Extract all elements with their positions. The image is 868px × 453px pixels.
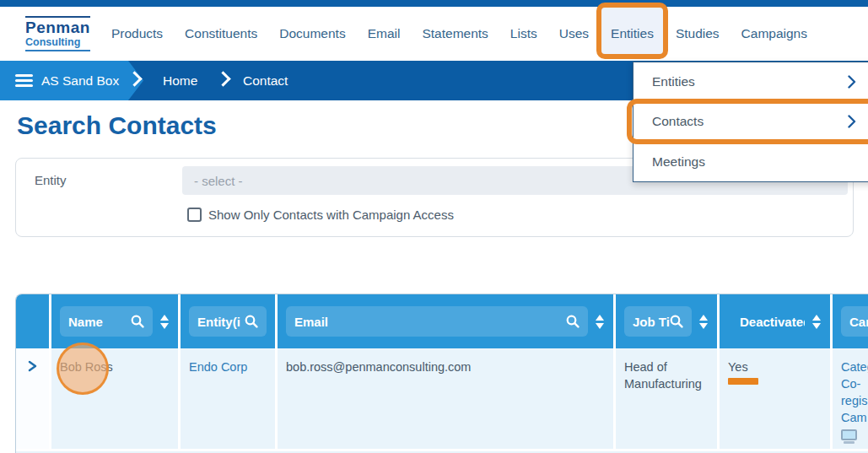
table-header-row: Name Entity(i Email Job [16, 294, 868, 348]
sort-icon[interactable] [595, 315, 605, 329]
campaign-link-line[interactable]: Categ [841, 359, 868, 375]
annotation-circle-name [57, 342, 109, 395]
contacts-table: Name Entity(i Email Job [15, 294, 868, 453]
cell-name: Bob Ross [51, 348, 181, 449]
app-window: Penman Consulting Products Constituents … [0, 0, 868, 453]
entity-label: Entity [35, 173, 67, 187]
navbar: Penman Consulting Products Constituents … [0, 7, 868, 61]
cell-email: bob.ross@penmanconsulting.com [278, 348, 616, 449]
header-job-title: Job Titl [616, 294, 720, 348]
nav-item-email[interactable]: Email [357, 7, 412, 61]
nav-item-studies[interactable]: Studies [665, 7, 731, 61]
menu-item-entities[interactable]: Entities [633, 62, 868, 102]
page-title: Search Contacts [17, 111, 217, 140]
cell-entity: Endo Corp [181, 348, 278, 449]
sort-icon[interactable] [159, 315, 170, 329]
name-search-box[interactable]: Name [60, 306, 153, 337]
breadcrumb-contact[interactable]: Contact [243, 61, 288, 100]
cell-campaigns: Categ Co- regis Cam [833, 348, 868, 449]
nav-item-statements[interactable]: Statements [411, 7, 499, 61]
annotation-underline-deactivated [728, 378, 758, 385]
entity-select-value: - select - [194, 174, 243, 188]
monitor-icon[interactable] [841, 429, 868, 444]
header-deactivated: Deactivated [720, 294, 833, 348]
campaign-link-line[interactable]: Cam [841, 409, 868, 426]
nav-menu: Products Constituents Documents Email St… [100, 7, 818, 61]
campaign-link-line[interactable]: regis [841, 392, 868, 409]
entity-search-box[interactable]: Entity(i [189, 306, 267, 337]
cell-job-title: Head of Manufacturing [616, 348, 720, 449]
logo-text-bottom: Consulting [25, 36, 90, 51]
campaigns-search-box[interactable]: Car [841, 306, 868, 337]
table-row: Bob Ross Endo Corp bob.ross@penmanconsul… [16, 348, 868, 449]
breadcrumb-chevron-icon [215, 71, 230, 86]
menu-item-contacts[interactable]: Contacts [633, 102, 868, 142]
expand-row-icon [27, 360, 38, 372]
sort-icon[interactable] [811, 315, 822, 329]
search-icon[interactable] [566, 315, 580, 328]
hamburger-icon[interactable] [15, 72, 33, 89]
header-campaigns: Car [833, 294, 868, 348]
campaign-access-checkbox-label: Show Only Contacts with Campaign Access [208, 208, 454, 222]
nav-item-uses[interactable]: Uses [548, 7, 600, 61]
search-icon[interactable] [131, 315, 144, 328]
entity-link[interactable]: Endo Corp [189, 360, 247, 374]
search-icon[interactable] [670, 315, 683, 328]
breadcrumb-workspace[interactable]: AS Sand Box [0, 61, 143, 100]
penman-logo[interactable]: Penman Consulting [25, 16, 90, 52]
logo-text-top: Penman [25, 16, 90, 37]
nav-item-constituents[interactable]: Constituents [174, 7, 268, 61]
header-email: Email [278, 294, 616, 348]
campaign-access-checkbox[interactable] [187, 208, 202, 222]
nav-item-lists[interactable]: Lists [499, 7, 548, 61]
nav-item-entities[interactable]: Entities [600, 7, 665, 61]
job-title-search-box[interactable]: Job Titl [624, 306, 692, 337]
nav-item-documents[interactable]: Documents [268, 7, 356, 61]
header-name: Name [51, 294, 181, 348]
campaign-link-line[interactable]: Co- [841, 375, 868, 392]
email-search-box[interactable]: Email [286, 306, 588, 337]
top-strip [0, 0, 868, 7]
expand-row-button[interactable] [16, 348, 51, 449]
chevron-right-icon [848, 115, 856, 128]
workspace-label: AS Sand Box [41, 73, 119, 89]
chevron-right-icon [848, 75, 856, 89]
header-entity: Entity(i [181, 294, 278, 348]
entities-dropdown-menu: Entities Contacts Meetings [633, 62, 868, 182]
header-expand [16, 294, 51, 348]
breadcrumb-home[interactable]: Home [163, 61, 197, 100]
nav-item-campaigns[interactable]: Campaigns [731, 7, 818, 61]
nav-item-products[interactable]: Products [100, 7, 174, 61]
sort-icon[interactable] [698, 315, 709, 329]
search-icon[interactable] [245, 315, 258, 328]
menu-item-meetings[interactable]: Meetings [633, 142, 868, 181]
cell-deactivated: Yes [720, 348, 833, 449]
